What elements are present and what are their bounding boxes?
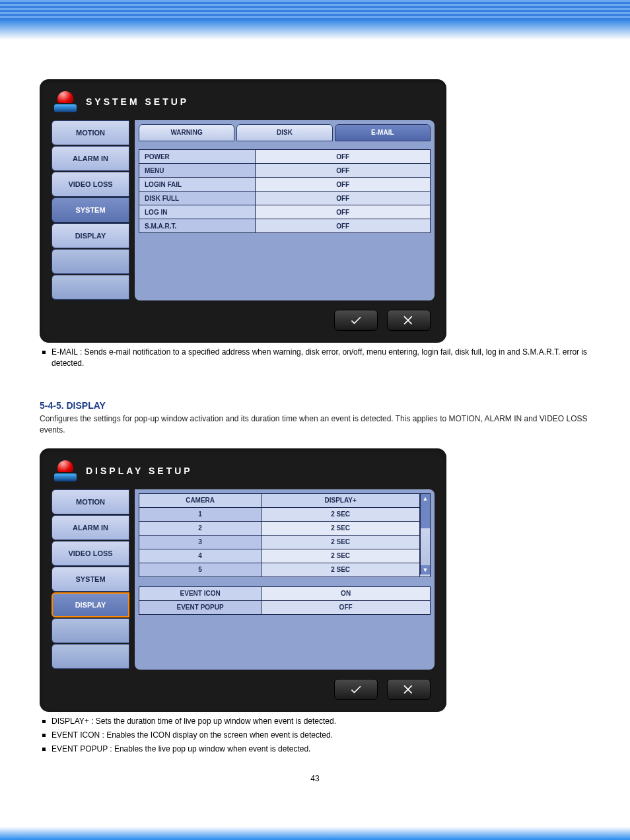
row-value[interactable]: OFF — [256, 150, 431, 164]
section-heading: 5-4-5. DISPLAY — [40, 400, 590, 411]
table-row: EVENT ICONON — [139, 586, 431, 600]
bullet-list: DISPLAY+ : Sets the duration time of liv… — [40, 716, 590, 755]
list-item: E-MAIL : Sends e-mail notification to a … — [40, 347, 590, 370]
row-value[interactable]: OFF — [262, 600, 431, 614]
close-icon — [402, 314, 415, 327]
table-row: 12 SEC — [139, 507, 431, 521]
page-footer-bar — [0, 827, 630, 840]
row-value[interactable]: ON — [262, 586, 431, 600]
window-footer — [52, 670, 435, 701]
sidebar-item-alarm-in[interactable]: ALARM IN — [52, 146, 129, 171]
cancel-button[interactable] — [387, 679, 431, 700]
row-label: POWER — [139, 150, 256, 164]
sidebar-item-alarm-in[interactable]: ALARM IN — [52, 515, 129, 540]
sidebar-item-empty — [52, 644, 129, 669]
table-row: MENUOFF — [139, 164, 431, 178]
cam-id: 3 — [139, 535, 262, 549]
cam-display-value[interactable]: 2 SEC — [262, 563, 420, 577]
row-label: EVENT POPUP — [139, 600, 262, 614]
sidebar-item-video-loss[interactable]: VIDEO LOSS — [52, 541, 129, 566]
sidebar-item-video-loss[interactable]: VIDEO LOSS — [52, 172, 129, 197]
cam-id: 2 — [139, 521, 262, 535]
sidebar-item-empty — [52, 618, 129, 643]
section-title: DISPLAY — [66, 400, 105, 411]
table-row: DISK FULLOFF — [139, 192, 431, 205]
camera-display-table: CAMERA DISPLAY+ ▲ ▼ 12 — [139, 493, 431, 577]
col-camera: CAMERA — [139, 493, 262, 507]
table-row: LOGIN FAILOFF — [139, 178, 431, 192]
table-row: S.M.A.R.T.OFF — [139, 219, 431, 233]
cam-id: 4 — [139, 549, 262, 563]
row-value[interactable]: OFF — [256, 192, 431, 205]
row-label: DISK FULL — [139, 192, 256, 205]
check-icon — [349, 683, 363, 696]
settings-panel: WARNING DISK E-MAIL POWEROFF MENUOFF LOG… — [135, 120, 435, 300]
system-setup-window: SYSTEM SETUP MOTION ALARM IN VIDEO LOSS … — [40, 79, 446, 343]
display-setup-window: DISPLAY SETUP MOTION ALARM IN VIDEO LOSS… — [40, 448, 446, 712]
alarm-beacon-icon — [54, 460, 77, 481]
window-titlebar: SYSTEM SETUP — [52, 91, 435, 120]
table-row: EVENT POPUPOFF — [139, 600, 431, 614]
email-settings-table: POWEROFF MENUOFF LOGIN FAILOFF DISK FULL… — [139, 149, 431, 233]
row-label: LOG IN — [139, 205, 256, 219]
table-row: 52 SEC — [139, 563, 431, 577]
cam-display-value[interactable]: 2 SEC — [262, 549, 420, 563]
page-number: 43 — [40, 774, 590, 783]
scroll-down-icon[interactable]: ▼ — [421, 565, 430, 575]
cam-display-value[interactable]: 2 SEC — [262, 507, 420, 521]
scroll-thumb[interactable] — [421, 503, 430, 528]
sidebar: MOTION ALARM IN VIDEO LOSS SYSTEM DISPLA… — [52, 489, 129, 670]
cam-id: 5 — [139, 563, 262, 577]
table-row: 42 SEC — [139, 549, 431, 563]
sidebar-item-system[interactable]: SYSTEM — [52, 567, 129, 592]
cam-display-value[interactable]: 2 SEC — [262, 521, 420, 535]
row-value[interactable]: OFF — [256, 164, 431, 178]
settings-panel: CAMERA DISPLAY+ ▲ ▼ 12 — [135, 489, 435, 670]
close-icon — [402, 683, 415, 696]
ok-button[interactable] — [334, 679, 378, 700]
tab-disk[interactable]: DISK — [236, 124, 332, 141]
sidebar: MOTION ALARM IN VIDEO LOSS SYSTEM DISPLA… — [52, 120, 129, 300]
window-title: SYSTEM SETUP — [86, 96, 189, 107]
tab-row: WARNING DISK E-MAIL — [139, 124, 431, 141]
scrollbar[interactable]: ▲ ▼ — [420, 494, 430, 575]
col-display: DISPLAY+ — [262, 493, 420, 507]
window-title: DISPLAY SETUP — [86, 466, 193, 476]
list-item: DISPLAY+ : Sets the duration time of liv… — [40, 716, 590, 727]
tab-email[interactable]: E-MAIL — [335, 124, 431, 141]
sidebar-item-display[interactable]: DISPLAY — [52, 223, 129, 248]
sidebar-item-empty — [52, 249, 129, 274]
row-value[interactable]: OFF — [256, 219, 431, 233]
table-header-row: CAMERA DISPLAY+ ▲ ▼ — [139, 493, 431, 507]
table-row: LOG INOFF — [139, 205, 431, 219]
row-label: LOGIN FAIL — [139, 178, 256, 192]
bullet-list: E-MAIL : Sends e-mail notification to a … — [40, 347, 590, 370]
header-stripes — [0, 0, 630, 20]
cancel-button[interactable] — [387, 310, 431, 331]
list-item: EVENT POPUP : Enables the live pop up wi… — [40, 744, 590, 755]
event-options-table: EVENT ICONON EVENT POPUPOFF — [139, 586, 431, 615]
cam-id: 1 — [139, 507, 262, 521]
section-number: 5-4-5. — [40, 400, 64, 411]
sidebar-item-motion[interactable]: MOTION — [52, 120, 129, 145]
table-row: 32 SEC — [139, 535, 431, 549]
check-icon — [349, 314, 363, 327]
row-label: MENU — [139, 164, 256, 178]
table-row: POWEROFF — [139, 150, 431, 164]
row-value[interactable]: OFF — [256, 205, 431, 219]
ok-button[interactable] — [334, 310, 378, 331]
window-titlebar: DISPLAY SETUP — [52, 460, 435, 489]
sidebar-item-display[interactable]: DISPLAY — [52, 592, 129, 617]
row-value[interactable]: OFF — [256, 178, 431, 192]
sidebar-item-empty — [52, 275, 129, 300]
page-header-banner — [0, 0, 630, 40]
row-label: S.M.A.R.T. — [139, 219, 256, 233]
scroll-up-icon[interactable]: ▲ — [421, 494, 430, 503]
table-row: 22 SEC — [139, 521, 431, 535]
window-footer — [52, 300, 435, 332]
sidebar-item-system[interactable]: SYSTEM — [52, 197, 129, 223]
list-item: EVENT ICON : Enables the ICON display on… — [40, 730, 590, 741]
tab-warning[interactable]: WARNING — [139, 124, 234, 141]
cam-display-value[interactable]: 2 SEC — [262, 535, 420, 549]
sidebar-item-motion[interactable]: MOTION — [52, 489, 129, 514]
